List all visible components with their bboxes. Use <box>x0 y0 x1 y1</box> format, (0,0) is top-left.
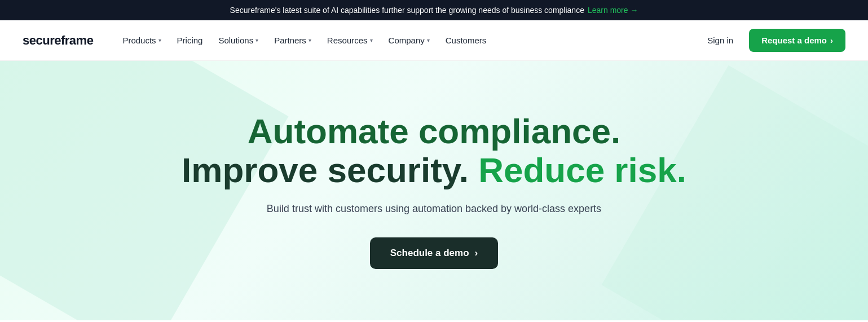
nav-item-customers[interactable]: Customers <box>439 31 494 50</box>
nav-links: Products ▾ Pricing Solutions ▾ Partners … <box>116 31 700 50</box>
hero-headline-1: Automate compliance. <box>182 112 686 151</box>
request-demo-button[interactable]: Request a demo › <box>749 29 845 52</box>
arrow-icon: › <box>475 248 478 259</box>
chevron-down-icon: ▾ <box>427 37 430 43</box>
hero-subtext: Build trust with customers using automat… <box>182 203 686 215</box>
nav-item-pricing[interactable]: Pricing <box>170 31 210 50</box>
nav-item-products[interactable]: Products ▾ <box>116 31 168 50</box>
chevron-down-icon: ▾ <box>370 37 373 43</box>
chevron-down-icon: ▾ <box>309 37 311 43</box>
chevron-down-icon: ▾ <box>158 37 161 43</box>
sign-in-link[interactable]: Sign in <box>700 31 740 50</box>
logo[interactable]: secureframe <box>23 33 93 48</box>
schedule-demo-button[interactable]: Schedule a demo › <box>370 237 499 269</box>
announcement-text: Secureframe's latest suite of AI capabil… <box>230 6 584 15</box>
hero-headline-2-part1: Improve security. <box>182 151 469 189</box>
navbar: secureframe Products ▾ Pricing Solutions… <box>0 20 868 61</box>
announcement-bar: Secureframe's latest suite of AI capabil… <box>0 0 868 20</box>
nav-item-company[interactable]: Company ▾ <box>382 31 437 50</box>
nav-item-partners[interactable]: Partners ▾ <box>267 31 318 50</box>
hero-headline-2-part2: Reduce risk. <box>478 151 686 189</box>
nav-actions: Sign in Request a demo › <box>700 29 845 52</box>
hero-content: Automate compliance. Improve security. R… <box>182 112 686 268</box>
hero-headline-2: Improve security. Reduce risk. <box>182 151 686 189</box>
chevron-down-icon: ▾ <box>255 37 258 43</box>
announcement-link[interactable]: Learn more → <box>588 6 638 15</box>
arrow-icon: › <box>830 36 833 45</box>
hero-section: Automate compliance. Improve security. R… <box>0 61 868 320</box>
nav-item-solutions[interactable]: Solutions ▾ <box>212 31 265 50</box>
nav-item-resources[interactable]: Resources ▾ <box>320 31 380 50</box>
